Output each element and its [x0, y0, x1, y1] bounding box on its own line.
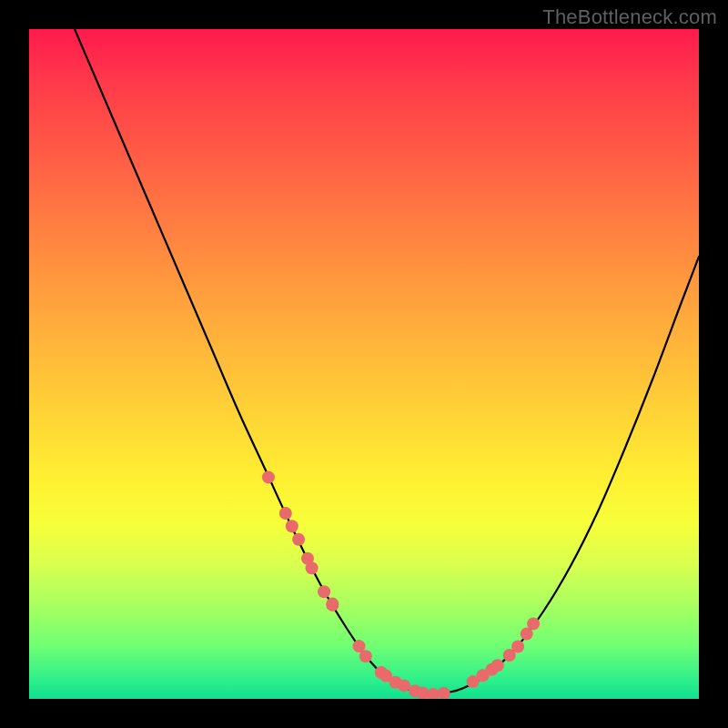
marker-dot [438, 687, 450, 699]
marker-dot [318, 585, 330, 598]
marker-dot [279, 507, 292, 520]
marker-layer [262, 470, 540, 699]
marker-dot [511, 641, 524, 653]
marker-dot [398, 679, 410, 692]
watermark-text: TheBottleneck.com [542, 5, 717, 29]
marker-dot [286, 520, 298, 532]
marker-dot [527, 617, 540, 630]
marker-dot [262, 470, 275, 483]
marker-dot [359, 650, 372, 662]
bottleneck-curve [75, 29, 699, 693]
chart-frame: TheBottleneck.com [0, 0, 728, 728]
plot-area [29, 29, 699, 699]
marker-dot [292, 533, 305, 546]
marker-dot [306, 561, 318, 574]
marker-dot [326, 598, 339, 611]
curve-layer [29, 29, 699, 699]
marker-dot [491, 659, 504, 672]
